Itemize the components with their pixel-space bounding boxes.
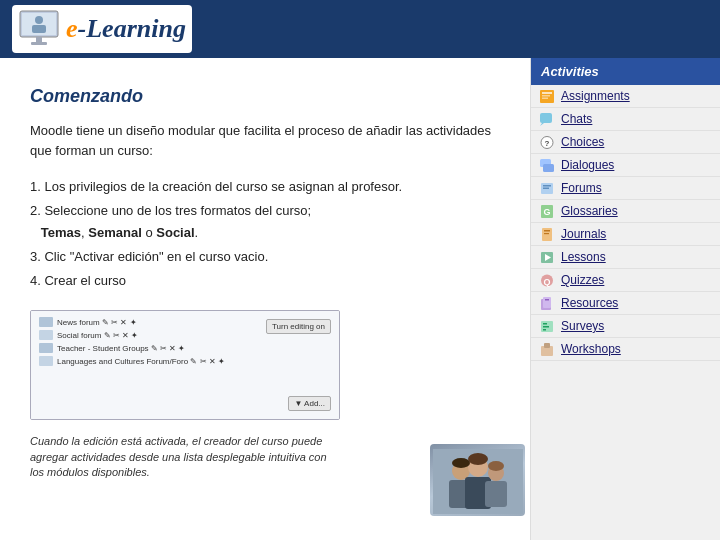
caption-text: Cuando la edición está activada, el crea… bbox=[30, 434, 340, 480]
forums-icon bbox=[539, 181, 555, 195]
row-text-4: Languages and Cultures Forum/Foro ✎ ✂ ✕ … bbox=[57, 357, 225, 366]
svg-point-2 bbox=[35, 16, 43, 24]
svg-rect-33 bbox=[544, 233, 549, 234]
row-text-3: Teacher - Student Groups ✎ ✂ ✕ ✦ bbox=[57, 344, 186, 353]
step-2: 2. Seleccione uno de los tres formatos d… bbox=[30, 200, 500, 244]
svg-point-14 bbox=[452, 458, 470, 468]
screenshot-row-3: Teacher - Student Groups ✎ ✂ ✕ ✦ bbox=[39, 343, 331, 353]
sidebar-item-forums-label: Forums bbox=[561, 181, 602, 195]
header: e-Learning bbox=[0, 0, 720, 58]
svg-rect-40 bbox=[545, 299, 549, 301]
svg-rect-18 bbox=[542, 95, 550, 97]
sidebar-header: Activities bbox=[531, 58, 720, 85]
svg-text:Q: Q bbox=[543, 276, 550, 286]
people-silhouette-icon bbox=[433, 449, 523, 514]
glossaries-icon: G bbox=[539, 204, 555, 218]
sidebar-item-glossaries-label: Glossaries bbox=[561, 204, 618, 218]
svg-rect-25 bbox=[543, 164, 554, 172]
sidebar-item-surveys-label: Surveys bbox=[561, 319, 604, 333]
logo-box: e-Learning bbox=[12, 5, 192, 53]
svg-text:?: ? bbox=[545, 139, 550, 148]
row-text-1: News forum ✎ ✂ ✕ ✦ bbox=[57, 318, 137, 327]
section-title: Comenzando bbox=[30, 86, 500, 107]
sidebar-item-workshops[interactable]: Workshops bbox=[531, 338, 720, 361]
svg-rect-44 bbox=[543, 329, 546, 331]
svg-rect-46 bbox=[544, 343, 550, 348]
resources-icon bbox=[539, 296, 555, 310]
row-icon-3 bbox=[39, 343, 53, 353]
step-2-bold: Temas bbox=[41, 225, 81, 240]
sidebar-item-chats[interactable]: Chats bbox=[531, 108, 720, 131]
chats-icon bbox=[539, 112, 555, 126]
row-icon-1 bbox=[39, 317, 53, 327]
sidebar-item-choices-label: Choices bbox=[561, 135, 604, 149]
row-icon-4 bbox=[39, 356, 53, 366]
sidebar-item-lessons-label: Lessons bbox=[561, 250, 606, 264]
svg-rect-32 bbox=[544, 230, 550, 232]
svg-point-13 bbox=[468, 453, 488, 465]
journals-icon bbox=[539, 227, 555, 241]
svg-point-15 bbox=[488, 461, 504, 471]
turn-editing-btn[interactable]: Turn editing on bbox=[266, 319, 331, 334]
sidebar-item-assignments-label: Assignments bbox=[561, 89, 630, 103]
sidebar-item-assignments[interactable]: Assignments bbox=[531, 85, 720, 108]
svg-rect-31 bbox=[542, 228, 552, 241]
row-icon-2 bbox=[39, 330, 53, 340]
step-2-social: Social bbox=[156, 225, 194, 240]
svg-rect-4 bbox=[36, 37, 42, 42]
main-layout: Comenzando Moodle tiene un diseño modula… bbox=[0, 58, 720, 540]
sidebar-item-quizzes-label: Quizzes bbox=[561, 273, 604, 287]
row-text-2: Social forum ✎ ✂ ✕ ✦ bbox=[57, 331, 138, 340]
assignments-icon bbox=[539, 89, 555, 103]
screenshot-mockup: Turn editing on News forum ✎ ✂ ✕ ✦ Socia… bbox=[30, 310, 340, 420]
step-1: 1. Los privilegios de la creación del cu… bbox=[30, 176, 500, 198]
sidebar-item-journals[interactable]: Journals bbox=[531, 223, 720, 246]
svg-rect-43 bbox=[543, 326, 549, 328]
intro-text: Moodle tiene un diseño modular que facil… bbox=[30, 121, 500, 160]
svg-rect-42 bbox=[543, 323, 547, 325]
svg-rect-39 bbox=[543, 297, 551, 308]
surveys-icon bbox=[539, 319, 555, 333]
step-3: 3. Clic "Activar edición" en el curso va… bbox=[30, 246, 500, 268]
sidebar-item-choices[interactable]: ? Choices bbox=[531, 131, 720, 154]
sidebar-item-dialogues-label: Dialogues bbox=[561, 158, 614, 172]
sidebar-item-lessons[interactable]: Lessons bbox=[531, 246, 720, 269]
add-dropdown-btn[interactable]: ▼ Add... bbox=[288, 396, 331, 411]
steps-list: 1. Los privilegios de la creación del cu… bbox=[30, 176, 500, 292]
logo-monitor-icon bbox=[18, 9, 60, 49]
sidebar-item-forums[interactable]: Forums bbox=[531, 177, 720, 200]
svg-rect-12 bbox=[485, 481, 507, 507]
sidebar-item-journals-label: Journals bbox=[561, 227, 606, 241]
svg-rect-3 bbox=[32, 25, 46, 33]
sidebar-item-chats-label: Chats bbox=[561, 112, 592, 126]
sidebar-item-resources-label: Resources bbox=[561, 296, 618, 310]
logo-text: e-Learning bbox=[66, 14, 186, 44]
dialogues-icon bbox=[539, 158, 555, 172]
svg-rect-17 bbox=[542, 92, 552, 94]
quizzes-icon: Q bbox=[539, 273, 555, 287]
sidebar-item-surveys[interactable]: Surveys bbox=[531, 315, 720, 338]
screenshot-row-4: Languages and Cultures Forum/Foro ✎ ✂ ✕ … bbox=[39, 356, 331, 366]
step-2-bold2: Semanal bbox=[88, 225, 141, 240]
step-4: 4. Crear el curso bbox=[30, 270, 500, 292]
svg-marker-21 bbox=[540, 123, 544, 126]
choices-icon: ? bbox=[539, 135, 555, 149]
sidebar-item-quizzes[interactable]: Q Quizzes bbox=[531, 269, 720, 292]
people-photo bbox=[430, 444, 525, 516]
svg-rect-20 bbox=[540, 113, 552, 123]
sidebar-item-dialogues[interactable]: Dialogues bbox=[531, 154, 720, 177]
svg-rect-19 bbox=[542, 97, 548, 99]
screenshot-inner: Turn editing on News forum ✎ ✂ ✕ ✦ Socia… bbox=[31, 311, 339, 419]
sidebar: Activities Assignments Chats ? Choices D… bbox=[530, 58, 720, 540]
sidebar-item-workshops-label: Workshops bbox=[561, 342, 621, 356]
svg-text:G: G bbox=[543, 207, 550, 217]
sidebar-item-glossaries[interactable]: G Glossaries bbox=[531, 200, 720, 223]
svg-rect-5 bbox=[31, 42, 47, 45]
lessons-icon bbox=[539, 250, 555, 264]
svg-rect-27 bbox=[543, 185, 551, 187]
svg-rect-28 bbox=[543, 187, 549, 189]
workshops-icon bbox=[539, 342, 555, 356]
sidebar-item-resources[interactable]: Resources bbox=[531, 292, 720, 315]
